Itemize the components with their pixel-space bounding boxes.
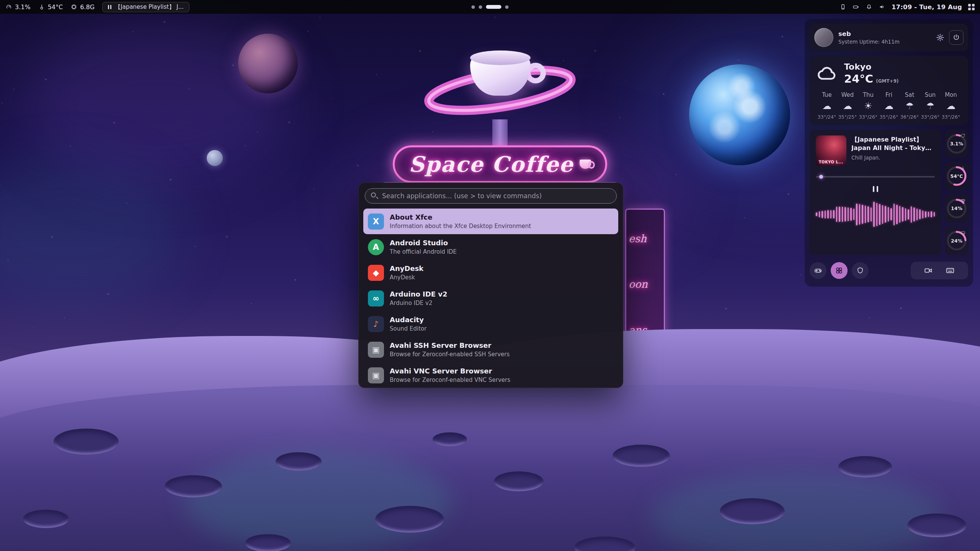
app-row-arduino-ide[interactable]: ∞ Arduino IDE v2 Arduino IDE v2: [363, 285, 618, 311]
memory-value: 6.8G: [80, 3, 95, 11]
star: [257, 132, 258, 132]
waveform-bar: [862, 205, 863, 224]
waveform-bar: [902, 207, 903, 222]
star: [14, 89, 15, 90]
app-row-avahi-vnc[interactable]: ▣ Avahi VNC Server Browser Browse for Ze…: [363, 362, 618, 388]
workspace-active-pill[interactable]: [486, 5, 501, 9]
star: [451, 41, 451, 41]
waveform-bar: [827, 210, 829, 218]
star: [769, 284, 769, 285]
workspace-dot[interactable]: [472, 5, 475, 9]
star: [95, 213, 95, 213]
topbar-media-widget[interactable]: 【Japanese Playlist】 J...: [102, 2, 189, 12]
small-moon: [207, 150, 223, 166]
star: [189, 88, 189, 89]
purple-planet: [238, 34, 298, 93]
star: [289, 122, 290, 123]
star: [725, 308, 727, 309]
android-studio-app-icon: A: [368, 239, 384, 255]
avatar: [814, 28, 833, 47]
star: [869, 318, 870, 318]
star: [701, 241, 701, 241]
app-result-list: X About Xfce Information about the Xfce …: [363, 209, 618, 388]
workspace-dot[interactable]: [479, 5, 482, 9]
waveform-bar: [836, 207, 838, 222]
shield-icon: [856, 267, 864, 274]
track-title: 【Japanese Playlist】 Japan All Night - To…: [851, 135, 935, 152]
waveform-bar: [819, 211, 820, 217]
cpu-gauge: 3.1%: [945, 130, 968, 158]
bell-icon[interactable]: [866, 3, 872, 10]
crater: [165, 475, 222, 497]
waveform-bar: [913, 207, 915, 222]
waveform-bar: [839, 207, 840, 222]
star: [145, 112, 145, 112]
app-description: Information about the Xfce Desktop Envir…: [390, 223, 531, 230]
star: [332, 98, 333, 98]
star: [595, 50, 596, 51]
crater: [838, 456, 892, 478]
apps-menu-icon[interactable]: [968, 4, 975, 10]
weather-condition-icon: ☁: [879, 101, 899, 111]
star: [70, 146, 71, 147]
power-button[interactable]: [949, 30, 964, 45]
top-panel: 3.1% 54°C 6.8G 【Japanese Playlist】 J...: [0, 0, 980, 14]
waveform-bar: [879, 204, 880, 225]
app-row-audacity[interactable]: ♪ Audacity Sound Editor: [363, 311, 618, 337]
waveform-bar: [844, 207, 846, 222]
pause-icon: [108, 5, 111, 9]
disk-icon: [960, 230, 965, 237]
app-row-anydesk[interactable]: ◆ AnyDesk AnyDesk: [363, 260, 618, 285]
media-section: TOKYO L... 【Japanese Playlist】 Japan All…: [810, 130, 968, 255]
screen-record-button[interactable]: [924, 266, 933, 275]
weather-condition-icon: ☁: [817, 101, 837, 111]
workspace-dot[interactable]: [505, 5, 509, 9]
thermometer-icon: [960, 165, 965, 172]
video-camera-icon: [924, 266, 933, 275]
shield-button[interactable]: [852, 262, 869, 279]
window-neon-text: oon: [629, 278, 648, 290]
crater: [245, 534, 291, 551]
waveform-bar: [850, 208, 852, 221]
waveform-bar: [882, 205, 884, 224]
star: [782, 36, 783, 37]
apps-grid-button[interactable]: [831, 262, 848, 279]
star: [151, 270, 152, 270]
gamepad-button[interactable]: [810, 262, 826, 279]
star: [51, 236, 52, 238]
battery-icon[interactable]: [853, 3, 859, 10]
app-row-android-studio[interactable]: A Android Studio The official Android ID…: [363, 234, 618, 260]
window-neon-text: esh: [629, 233, 647, 245]
desktop: esh oon ans Space Coffee: [0, 0, 980, 551]
earth-planet: [689, 64, 790, 165]
star: [576, 141, 576, 141]
phone-icon[interactable]: [840, 3, 846, 10]
weather-timezone: (GMT+9): [876, 78, 898, 84]
cpu-value: 3.1%: [15, 3, 31, 11]
volume-icon[interactable]: [879, 3, 885, 10]
settings-gear-icon[interactable]: [936, 33, 944, 42]
app-name: Audacity: [390, 316, 426, 324]
app-row-about-xfce[interactable]: X About Xfce Information about the Xfce …: [363, 209, 618, 234]
crater: [54, 429, 119, 455]
waveform-bar: [888, 207, 889, 222]
media-progress-bar[interactable]: [816, 176, 935, 178]
star: [676, 174, 676, 175]
pause-button[interactable]: [871, 184, 880, 194]
waveform-bar: [934, 212, 935, 217]
search-input[interactable]: [365, 188, 617, 204]
star: [108, 293, 109, 295]
forecast-day: Fri ☁ 35°/26°: [879, 91, 899, 120]
app-description: Arduino IDE v2: [390, 300, 448, 306]
launcher-search: [365, 188, 617, 204]
waveform-bar: [919, 209, 921, 219]
keyboard-button[interactable]: [946, 266, 955, 275]
cpu-metric: 3.1%: [5, 3, 31, 11]
waveform-bar: [908, 209, 909, 220]
disk-gauge: 24%: [945, 227, 968, 255]
cup-top: [470, 51, 531, 65]
star: [226, 236, 227, 237]
media-player-card: TOKYO L... 【Japanese Playlist】 Japan All…: [810, 130, 941, 255]
app-row-avahi-ssh[interactable]: ▣ Avahi SSH Server Browser Browse for Ze…: [363, 337, 618, 362]
star: [270, 212, 270, 213]
